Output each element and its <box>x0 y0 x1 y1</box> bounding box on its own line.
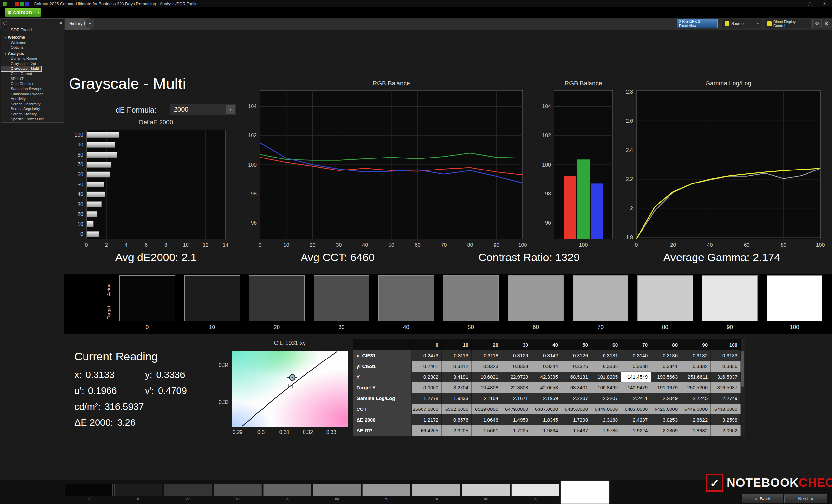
table-cell[interactable]: 68.5131 <box>561 371 591 382</box>
table-cell[interactable]: 42.0653 <box>531 382 561 393</box>
table-cell[interactable]: 0.3335 <box>591 361 621 371</box>
table-cell[interactable]: 3.4191 <box>442 371 472 382</box>
sidebar-item-analysis[interactable]: ▾Analysis <box>1 51 64 56</box>
level-tile-30[interactable] <box>213 484 262 496</box>
sidebar-item-saturation-sweeps[interactable]: Saturation Sweeps <box>1 86 64 91</box>
table-cell-selected[interactable]: 141.4549 <box>621 371 651 382</box>
sidebar-item-screen-angularity[interactable]: Screen Angularity <box>1 107 64 112</box>
table-cell[interactable]: 42.3335 <box>531 371 561 382</box>
table-cell[interactable]: 0.3338 <box>621 361 651 371</box>
table-cell[interactable]: 2.2749 <box>711 393 741 404</box>
sidebar-item-additivity[interactable]: Additivity <box>1 96 64 102</box>
table-cell[interactable]: 3.2704 <box>442 382 472 393</box>
sidebar-item-colorchecker[interactable]: ColorChecker <box>1 82 64 87</box>
table-cell[interactable]: 6403.0000 <box>621 404 651 414</box>
table-cell[interactable]: 2.3205 <box>442 425 472 436</box>
sidebar-item-luminance-sweeps[interactable]: Luminance Sweeps <box>1 91 64 97</box>
table-cell[interactable]: 1.5661 <box>472 425 501 436</box>
sidebar-item-screen-stability[interactable]: Screen Stability <box>1 112 64 117</box>
table-cell[interactable]: 0.3140 <box>621 350 651 361</box>
table-cell[interactable]: 68.3401 <box>561 382 591 393</box>
table-scrollbar-thumb[interactable] <box>741 351 744 387</box>
table-cell[interactable]: 2.4287 <box>621 414 651 425</box>
table-cell[interactable]: 316.5937 <box>711 382 741 393</box>
table-cell[interactable]: 0.3325 <box>561 361 591 371</box>
table-cell[interactable]: 6438.0000 <box>711 404 741 414</box>
table-cell[interactable]: 2.0002 <box>711 425 741 436</box>
table-cell[interactable]: 0.3126 <box>501 350 531 361</box>
table-cell[interactable]: 140.9479 <box>621 382 651 393</box>
table-cell[interactable]: 0.3136 <box>651 350 681 361</box>
table-cell[interactable]: 2.1104 <box>472 393 501 404</box>
table-cell[interactable]: 0.3341 <box>651 361 681 371</box>
table-cell[interactable]: 0.3126 <box>561 350 591 361</box>
minimize-button[interactable]: – <box>787 0 802 7</box>
source-button[interactable]: Source ▾ <box>722 19 761 28</box>
table-cell[interactable]: 0.3312 <box>442 361 472 371</box>
sidebar-item-dynamic-range[interactable]: Dynamic Range <box>1 56 64 61</box>
level-tile-40[interactable] <box>263 484 311 496</box>
table-cell[interactable]: 1.0646 <box>472 414 501 425</box>
sidebar-item-screen-uniformity[interactable]: Screen Uniformity <box>1 102 64 107</box>
table-cell[interactable]: 2.1959 <box>531 393 561 404</box>
table-cell[interactable]: 6420.0000 <box>651 404 681 414</box>
level-tile-10[interactable] <box>114 484 162 496</box>
level-tile-50[interactable] <box>313 484 361 496</box>
table-cell[interactable]: 0.3118 <box>472 350 501 361</box>
sidebar-item-grayscale-multi[interactable]: Grayscale - Multi <box>1 66 41 72</box>
table-cell[interactable]: 2.3188 <box>591 414 621 425</box>
table-cell[interactable]: 100.8499 <box>591 382 621 393</box>
table-cell[interactable]: 26607.0000 <box>412 404 442 414</box>
sidebar-item-welcome[interactable]: ▾Welcome <box>1 35 64 40</box>
table-cell[interactable]: 6449.0000 <box>681 404 711 414</box>
table-cell[interactable]: 6485.0000 <box>561 404 591 414</box>
calman-menu-button[interactable]: ✽ calman ▾ <box>4 8 41 17</box>
table-cell[interactable]: 1.9224 <box>621 425 651 436</box>
table-cell[interactable]: 1.8632 <box>681 425 711 436</box>
table-cell[interactable]: 1.5437 <box>561 425 591 436</box>
back-button[interactable]: « Back <box>742 494 783 503</box>
table-cell[interactable]: 6387.0000 <box>531 404 561 414</box>
workflow-gear-icon[interactable]: ⚙ <box>823 19 831 28</box>
table-cell[interactable]: 2.8622 <box>681 414 711 425</box>
table-cell[interactable]: 10.6021 <box>472 371 501 382</box>
table-cell[interactable]: 0.3323 <box>472 361 501 371</box>
table-cell[interactable]: 10.4808 <box>472 382 501 393</box>
table-cell[interactable]: 1.9786 <box>591 425 621 436</box>
record-icon[interactable] <box>3 21 7 25</box>
sidebar-item-3d-lut[interactable]: 3D LUT <box>1 76 64 82</box>
table-cell[interactable]: 1.4958 <box>501 414 531 425</box>
table-cell[interactable]: 0.3344 <box>531 361 561 371</box>
table-cell[interactable]: 0.3332 <box>681 361 711 371</box>
table-cell[interactable]: 6529.0000 <box>472 404 501 414</box>
meter-button[interactable]: X-Rite i1Pro 2 Direct View <box>677 19 718 28</box>
level-tile-90[interactable] <box>511 484 559 496</box>
table-cell[interactable]: 22.9720 <box>501 371 531 382</box>
level-tile-20[interactable] <box>164 484 212 496</box>
sidebar-item-options[interactable]: Options <box>1 45 64 50</box>
table-cell[interactable]: 3.0253 <box>651 414 681 425</box>
table-cell[interactable]: 251.6611 <box>681 371 711 382</box>
table-cell[interactable]: 66.4205 <box>412 425 442 436</box>
table-cell[interactable]: 1.8345 <box>531 414 561 425</box>
next-button[interactable]: Next » <box>784 494 827 503</box>
add-tab-button[interactable]: + <box>86 19 94 28</box>
table-cell[interactable]: 1.2172 <box>412 414 442 425</box>
table-cell[interactable]: 6479.0000 <box>501 404 531 414</box>
display-control-button[interactable]: Direct Display Control <box>764 19 810 28</box>
table-cell[interactable]: 101.8205 <box>591 371 621 382</box>
table-cell[interactable]: 2.2869 <box>651 425 681 436</box>
collapse-sidebar-icon[interactable]: ◀ <box>59 21 62 25</box>
table-cell[interactable]: 0.3333 <box>501 361 531 371</box>
table-cell[interactable]: 0.2473 <box>412 350 442 361</box>
table-scrollbar[interactable] <box>741 339 745 436</box>
de-formula-dropdown[interactable]: 2000 ▾ <box>170 104 236 115</box>
table-cell[interactable]: 0.6576 <box>442 414 472 425</box>
table-cell[interactable]: 193.5663 <box>651 371 681 382</box>
table-cell[interactable]: 2.2207 <box>591 393 621 404</box>
table-cell[interactable]: 2.1671 <box>501 393 531 404</box>
table-cell[interactable]: 22.8808 <box>501 382 531 393</box>
table-cell[interactable]: 1.7225 <box>501 425 531 436</box>
level-tile-70[interactable] <box>412 484 460 496</box>
level-tile-60[interactable] <box>362 484 411 496</box>
